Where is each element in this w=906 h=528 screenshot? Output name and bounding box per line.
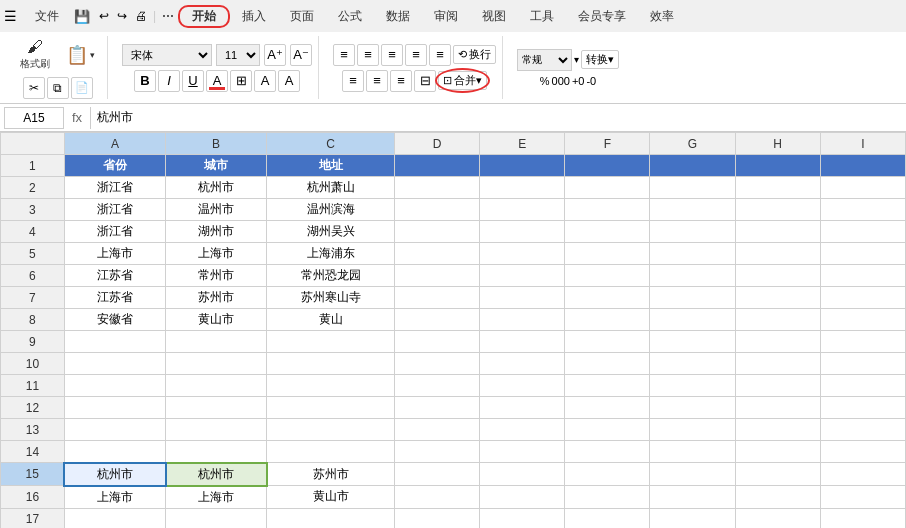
row-header-6[interactable]: 6 — [1, 265, 65, 287]
cell-D11[interactable] — [394, 375, 479, 397]
number-format-select[interactable]: 常规 — [517, 49, 572, 71]
cell-F10[interactable] — [565, 353, 650, 375]
cell-D16[interactable] — [394, 486, 479, 509]
cell-B12[interactable] — [166, 397, 267, 419]
fill-color-btn[interactable]: A — [254, 70, 276, 92]
cell-E8[interactable] — [480, 309, 565, 331]
cell-G3[interactable] — [650, 199, 735, 221]
cell-H2[interactable] — [735, 177, 820, 199]
cell-C17[interactable] — [267, 508, 395, 528]
cell-C8[interactable]: 黄山 — [267, 309, 395, 331]
cell-F1[interactable] — [565, 155, 650, 177]
cell-D13[interactable] — [394, 419, 479, 441]
cell-E9[interactable] — [480, 331, 565, 353]
cell-F3[interactable] — [565, 199, 650, 221]
cell-I4[interactable] — [820, 221, 905, 243]
cell-G13[interactable] — [650, 419, 735, 441]
font-color-btn[interactable]: A — [206, 70, 228, 92]
cell-B7[interactable]: 苏州市 — [166, 287, 267, 309]
cell-H1[interactable] — [735, 155, 820, 177]
cell-B15[interactable]: 杭州市 — [166, 463, 267, 486]
tab-efficiency[interactable]: 效率 — [638, 0, 686, 32]
cell-H13[interactable] — [735, 419, 820, 441]
cell-I11[interactable] — [820, 375, 905, 397]
align-left-btn[interactable]: ≡ — [405, 44, 427, 66]
cell-I5[interactable] — [820, 243, 905, 265]
cell-H9[interactable] — [735, 331, 820, 353]
merge-btn[interactable]: ⊡ 合并▾ — [438, 71, 487, 90]
cell-I7[interactable] — [820, 287, 905, 309]
formula-input[interactable] — [90, 107, 902, 129]
cell-G7[interactable] — [650, 287, 735, 309]
paste-btn[interactable]: 📋 ▾ — [60, 44, 101, 66]
cell-A11[interactable] — [64, 375, 165, 397]
cell-D12[interactable] — [394, 397, 479, 419]
cell-F17[interactable] — [565, 508, 650, 528]
cell-E16[interactable] — [480, 486, 565, 509]
italic-btn[interactable]: I — [158, 70, 180, 92]
tab-review[interactable]: 审阅 — [422, 0, 470, 32]
align-right-btn[interactable]: ≡ — [429, 44, 451, 66]
cell-G12[interactable] — [650, 397, 735, 419]
decrease-decimal-btn[interactable]: -0 — [586, 75, 596, 87]
tab-view[interactable]: 视图 — [470, 0, 518, 32]
cell-D9[interactable] — [394, 331, 479, 353]
cell-G1[interactable] — [650, 155, 735, 177]
cell-E6[interactable] — [480, 265, 565, 287]
bold-btn[interactable]: B — [134, 70, 156, 92]
toolbar-save[interactable]: 💾 — [69, 7, 95, 26]
cell-D17[interactable] — [394, 508, 479, 528]
cell-H12[interactable] — [735, 397, 820, 419]
highlight-btn[interactable]: A — [278, 70, 300, 92]
font-size-select[interactable]: 11 — [216, 44, 260, 66]
row-header-9[interactable]: 9 — [1, 331, 65, 353]
cell-I14[interactable] — [820, 441, 905, 463]
cell-A9[interactable] — [64, 331, 165, 353]
cell-A17[interactable] — [64, 508, 165, 528]
row-header-1[interactable]: 1 — [1, 155, 65, 177]
underline-btn[interactable]: U — [182, 70, 204, 92]
toolbar-more[interactable]: ⋯ — [158, 7, 178, 25]
cell-H11[interactable] — [735, 375, 820, 397]
cell-A5[interactable]: 上海市 — [64, 243, 165, 265]
align-top-btn[interactable]: ≡ — [333, 44, 355, 66]
cell-G17[interactable] — [650, 508, 735, 528]
copy2-btn[interactable]: 📄 — [71, 77, 93, 99]
cell-A16[interactable]: 上海市 — [64, 486, 165, 509]
cell-G8[interactable] — [650, 309, 735, 331]
cell-B11[interactable] — [166, 375, 267, 397]
cell-G10[interactable] — [650, 353, 735, 375]
cell-E4[interactable] — [480, 221, 565, 243]
cell-E3[interactable] — [480, 199, 565, 221]
cell-I3[interactable] — [820, 199, 905, 221]
cell-A8[interactable]: 安徽省 — [64, 309, 165, 331]
row-header-3[interactable]: 3 — [1, 199, 65, 221]
cell-B14[interactable] — [166, 441, 267, 463]
cell-A3[interactable]: 浙江省 — [64, 199, 165, 221]
cell-B1[interactable]: 城市 — [166, 155, 267, 177]
cell-C16[interactable]: 黄山市 — [267, 486, 395, 509]
cell-D6[interactable] — [394, 265, 479, 287]
row-header-13[interactable]: 13 — [1, 419, 65, 441]
cell-E5[interactable] — [480, 243, 565, 265]
cell-H8[interactable] — [735, 309, 820, 331]
cell-I16[interactable] — [820, 486, 905, 509]
cell-I9[interactable] — [820, 331, 905, 353]
cell-F2[interactable] — [565, 177, 650, 199]
cell-I13[interactable] — [820, 419, 905, 441]
tab-data[interactable]: 数据 — [374, 0, 422, 32]
cell-F13[interactable] — [565, 419, 650, 441]
number-format-dropdown[interactable]: ▾ — [574, 54, 579, 65]
toolbar-undo[interactable]: ↩ — [95, 7, 113, 25]
col-header-g[interactable]: G — [650, 133, 735, 155]
cell-H16[interactable] — [735, 486, 820, 509]
cell-I8[interactable] — [820, 309, 905, 331]
cell-B16[interactable]: 上海市 — [166, 486, 267, 509]
col-header-c[interactable]: C — [267, 133, 395, 155]
cell-I15[interactable] — [820, 463, 905, 486]
cell-E15[interactable] — [480, 463, 565, 486]
cell-A2[interactable]: 浙江省 — [64, 177, 165, 199]
align-middle-btn[interactable]: ≡ — [357, 44, 379, 66]
cell-I12[interactable] — [820, 397, 905, 419]
cell-I6[interactable] — [820, 265, 905, 287]
